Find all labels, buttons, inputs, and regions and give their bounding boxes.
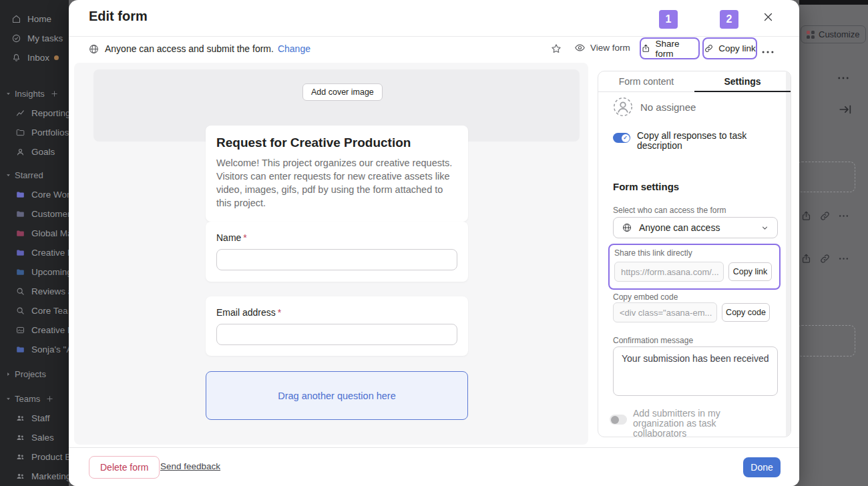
share-form-button[interactable]: Share form xyxy=(640,37,700,59)
form-field-card-email-address[interactable]: Email address* xyxy=(206,296,468,356)
view-form-button[interactable]: View form xyxy=(574,42,630,53)
star-icon[interactable] xyxy=(550,43,562,55)
form-title: Request for Creative Production xyxy=(216,136,457,150)
sidebar-item-global-ma[interactable]: Global Ma xyxy=(0,224,69,243)
dots-icon[interactable] xyxy=(838,210,849,222)
sidebar-item-label: My tasks xyxy=(27,33,63,43)
sidebar-item-creative-re[interactable]: Creative Re xyxy=(0,320,69,340)
drag-hint-text: Drag another question here xyxy=(278,391,396,401)
sidebar-item-goals[interactable]: Goals xyxy=(0,142,69,162)
panel-scrollbar[interactable] xyxy=(786,71,791,437)
tab-settings[interactable]: Settings xyxy=(694,71,791,91)
sidebar-item-my-tasks[interactable]: My tasks xyxy=(0,29,69,48)
tab-label: Settings xyxy=(724,76,761,87)
share-icon[interactable] xyxy=(801,210,812,222)
sidebar-item-sonja-s-a[interactable]: Sonja's "A xyxy=(0,340,69,359)
sidebar-item-product-e[interactable]: Product E xyxy=(0,447,69,467)
sidebar-item-staff[interactable]: Staff xyxy=(0,409,69,428)
sidebar-item-label: Sonja's "A xyxy=(31,344,69,354)
link-icon[interactable] xyxy=(819,210,831,222)
form-row-actions xyxy=(801,210,849,222)
sidebar-item-home[interactable]: Home xyxy=(0,9,69,29)
sidebar-header-projects[interactable]: Projects xyxy=(0,364,69,384)
image-icon xyxy=(15,325,25,335)
overflow-menu-icon[interactable] xyxy=(837,71,850,85)
sidebar-item-sales[interactable]: Sales xyxy=(0,428,69,447)
assignee-label: No assignee xyxy=(640,101,696,113)
tab-form-content[interactable]: Form content xyxy=(598,71,694,91)
sidebar-item-customer[interactable]: Customer xyxy=(0,204,69,224)
delete-form-button[interactable]: Delete form xyxy=(89,456,160,479)
sidebar-header-teams[interactable]: Teams xyxy=(0,389,69,409)
sidebar-item-portfolios[interactable]: Portfolios xyxy=(0,123,69,142)
toggle-on[interactable]: ✓ xyxy=(613,133,630,143)
confirmation-label: Confirmation message xyxy=(613,336,693,345)
eye-icon xyxy=(574,42,586,53)
customize-grid-icon xyxy=(807,31,815,39)
field-input[interactable] xyxy=(216,324,457,345)
share-icon[interactable] xyxy=(801,253,812,264)
field-input[interactable] xyxy=(216,249,457,270)
sidebar-item-label: Home xyxy=(27,14,51,24)
sidebar-item-label: Creative Pr xyxy=(31,248,69,258)
confirmation-textarea[interactable]: Your submission has been received xyxy=(613,346,778,396)
link-icon[interactable] xyxy=(819,253,831,264)
access-toolbar: Anyone can access and submit the form.Ch… xyxy=(69,36,799,60)
annotation-badge-1: 1 xyxy=(659,10,678,29)
sidebar-item-label: Inbox xyxy=(27,53,49,63)
sidebar-item-creative-pr[interactable]: Creative Pr xyxy=(0,243,69,262)
search-icon xyxy=(15,286,25,296)
tab-label: Form content xyxy=(619,76,674,87)
sidebar-header-starred[interactable]: Starred xyxy=(0,166,69,185)
app-topbar-strip xyxy=(799,0,868,5)
sidebar-item-upcoming[interactable]: Upcoming xyxy=(0,262,69,282)
assignee-row[interactable]: No assignee xyxy=(613,97,696,117)
change-access-link[interactable]: Change xyxy=(278,43,310,54)
access-text: Anyone can access and submit the form. xyxy=(105,43,274,54)
add-cover-image-button[interactable]: Add cover image xyxy=(302,83,383,101)
link-icon xyxy=(704,43,714,53)
sidebar-item-label: Core Tea xyxy=(31,306,68,316)
copy-code-button[interactable]: Copy code xyxy=(722,303,770,322)
sidebar-item-label: Product E xyxy=(31,452,69,462)
folder-icon xyxy=(15,267,25,277)
copy-link-button[interactable]: Copy link xyxy=(702,37,757,59)
done-button[interactable]: Done xyxy=(743,457,781,477)
share-link-highlight-box: Share this link directly https://form.as… xyxy=(608,244,781,290)
access-select-label: Select who can access the form xyxy=(613,206,726,215)
customize-button[interactable]: Customize xyxy=(801,25,866,43)
people-icon xyxy=(15,452,25,462)
collapse-panel-icon[interactable] xyxy=(838,102,853,117)
folder-icon xyxy=(15,209,25,219)
dots-icon[interactable] xyxy=(838,253,849,264)
embed-code-label: Copy embed code xyxy=(613,292,678,302)
copy-responses-toggle-row[interactable]: ✓ Copy all responses to task description xyxy=(613,131,757,150)
toggle-off[interactable] xyxy=(610,415,627,425)
form-field-card-name[interactable]: Name* xyxy=(206,222,468,282)
access-status-text: Anyone can access and submit the form.Ch… xyxy=(105,43,310,54)
share-url-input[interactable]: https://form.asana.com/... xyxy=(614,262,724,282)
form-header-card[interactable]: Request for Creative Production Welcome!… xyxy=(206,126,468,222)
caret-down-icon xyxy=(5,91,11,97)
access-dropdown[interactable]: Anyone can access xyxy=(613,217,778,238)
more-options-icon[interactable] xyxy=(761,45,775,59)
sidebar-item-core-tea[interactable]: Core Tea xyxy=(0,301,69,320)
send-feedback-link[interactable]: Send feedback xyxy=(160,461,220,471)
close-button[interactable] xyxy=(759,8,777,25)
sidebar-item-inbox[interactable]: Inbox xyxy=(0,48,69,67)
sidebar-header-insights[interactable]: Insights xyxy=(0,84,69,103)
copy-link-small-button[interactable]: Copy link xyxy=(728,262,772,281)
sidebar-item-reporting[interactable]: Reporting xyxy=(0,103,69,123)
field-label-text: Email address xyxy=(216,307,276,318)
modal-title: Edit form xyxy=(89,9,148,24)
sidebar-item-core-wor[interactable]: Core Wor xyxy=(0,185,69,204)
drag-question-dropzone[interactable]: Drag another question here xyxy=(206,371,468,420)
sidebar-item-marketing[interactable]: Marketing xyxy=(0,467,69,486)
sidebar-item-reviews-a[interactable]: Reviews a xyxy=(0,282,69,301)
embed-code-input[interactable]: <div class="asana-em... xyxy=(613,302,717,322)
sidebar-item-label: Sales xyxy=(31,433,54,443)
submitters-toggle-row: Add submitters in my organization as tas… xyxy=(610,409,770,437)
caret-down-icon xyxy=(5,396,11,402)
copy-responses-label: Copy all responses to task description xyxy=(637,131,757,150)
close-icon xyxy=(763,11,774,23)
